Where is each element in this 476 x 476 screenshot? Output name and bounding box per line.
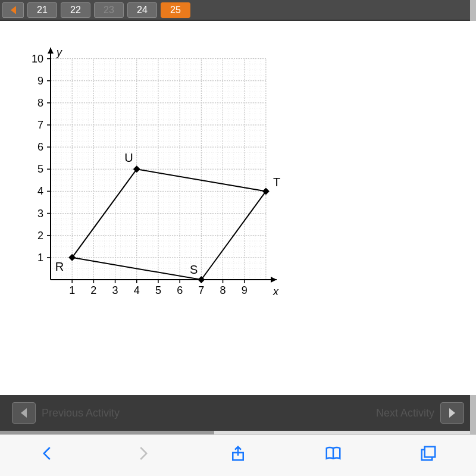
share-icon (229, 444, 247, 462)
svg-text:6: 6 (177, 284, 183, 296)
svg-text:3: 3 (112, 284, 118, 296)
svg-text:1: 1 (69, 284, 75, 296)
previous-activity-button[interactable] (12, 402, 36, 424)
left-triangle-icon (11, 6, 16, 14)
chart-container: 12345678912345678910xyRSTU (0, 21, 476, 395)
chevron-left-icon (39, 444, 57, 462)
svg-text:4: 4 (37, 185, 43, 197)
next-activity-button[interactable] (440, 402, 464, 424)
svg-marker-106 (271, 277, 277, 283)
book-icon (324, 444, 342, 462)
svg-text:2: 2 (90, 284, 96, 296)
svg-text:1: 1 (37, 252, 43, 264)
browser-forward-button[interactable] (131, 444, 155, 466)
browser-share-button[interactable] (226, 444, 250, 466)
page-23-button[interactable]: 23 (94, 2, 124, 18)
svg-text:R: R (55, 260, 64, 273)
tabs-icon (419, 444, 437, 462)
svg-text:7: 7 (198, 284, 204, 296)
horizontal-scrollbar[interactable] (0, 431, 476, 434)
browser-back-button[interactable] (36, 444, 60, 466)
svg-text:8: 8 (37, 97, 43, 109)
svg-marker-107 (48, 48, 54, 54)
activity-nav-bar: Previous Activity Next Activity (0, 395, 476, 431)
page-24-button[interactable]: 24 (127, 2, 157, 18)
coordinate-grid-chart: 12345678912345678910xyRSTU (18, 39, 292, 312)
previous-activity-label: Previous Activity (42, 407, 120, 419)
page-21-button[interactable]: 21 (27, 2, 57, 18)
svg-text:9: 9 (37, 75, 43, 87)
svg-text:5: 5 (155, 284, 161, 296)
svg-rect-160 (425, 447, 436, 458)
svg-text:T: T (273, 176, 280, 189)
browser-toolbar (0, 434, 476, 476)
left-triangle-icon (21, 408, 27, 418)
right-triangle-icon (449, 408, 455, 418)
chevron-right-icon (134, 444, 152, 462)
svg-text:U: U (124, 151, 133, 164)
browser-tabs-button[interactable] (416, 444, 440, 466)
next-activity-label: Next Activity (376, 407, 434, 419)
svg-text:y: y (55, 46, 62, 58)
question-nav-bar: 21 22 23 24 25 (0, 0, 476, 21)
svg-text:8: 8 (220, 284, 226, 296)
svg-text:4: 4 (134, 284, 140, 296)
svg-text:3: 3 (37, 208, 43, 220)
browser-bookmarks-button[interactable] (321, 444, 345, 466)
svg-text:S: S (190, 263, 198, 276)
svg-text:2: 2 (37, 230, 43, 242)
nav-prev-button[interactable] (2, 2, 24, 18)
page-22-button[interactable]: 22 (61, 2, 90, 18)
svg-text:5: 5 (37, 163, 43, 175)
page-25-button[interactable]: 25 (161, 2, 190, 18)
svg-text:9: 9 (242, 284, 248, 296)
svg-text:10: 10 (32, 53, 43, 65)
svg-text:7: 7 (37, 119, 43, 131)
svg-text:6: 6 (37, 141, 43, 153)
svg-text:x: x (273, 286, 279, 298)
